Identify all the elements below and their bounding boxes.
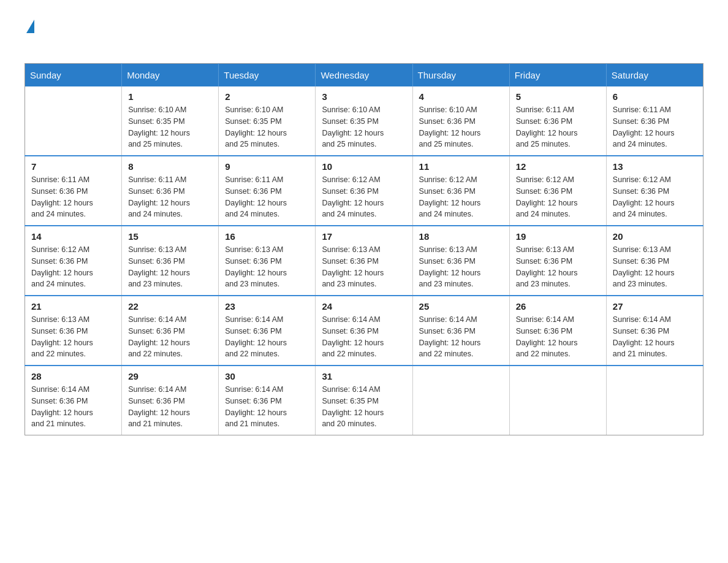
calendar-cell: 1Sunrise: 6:10 AM Sunset: 6:35 PM Daylig…: [122, 86, 219, 156]
day-header-thursday: Thursday: [412, 64, 509, 87]
day-info: Sunrise: 6:14 AM Sunset: 6:36 PM Dayligh…: [225, 314, 309, 360]
day-info: Sunrise: 6:12 AM Sunset: 6:36 PM Dayligh…: [613, 174, 697, 220]
day-info: Sunrise: 6:12 AM Sunset: 6:36 PM Dayligh…: [31, 244, 115, 290]
day-number: 12: [516, 161, 600, 172]
day-header-tuesday: Tuesday: [219, 64, 316, 87]
calendar-week-row: 7Sunrise: 6:11 AM Sunset: 6:36 PM Daylig…: [25, 156, 703, 226]
calendar-week-row: 14Sunrise: 6:12 AM Sunset: 6:36 PM Dayli…: [25, 226, 703, 296]
day-number: 28: [31, 371, 115, 381]
calendar-cell: 8Sunrise: 6:11 AM Sunset: 6:36 PM Daylig…: [122, 156, 219, 226]
day-info: Sunrise: 6:14 AM Sunset: 6:36 PM Dayligh…: [613, 314, 697, 360]
day-info: Sunrise: 6:14 AM Sunset: 6:36 PM Dayligh…: [419, 314, 503, 360]
day-header-friday: Friday: [509, 64, 606, 87]
day-number: 15: [128, 231, 212, 242]
calendar-cell: 25Sunrise: 6:14 AM Sunset: 6:36 PM Dayli…: [412, 296, 509, 366]
day-info: Sunrise: 6:11 AM Sunset: 6:36 PM Dayligh…: [31, 174, 115, 220]
day-number: 1: [128, 91, 212, 102]
calendar-cell: 3Sunrise: 6:10 AM Sunset: 6:35 PM Daylig…: [316, 86, 412, 156]
day-info: Sunrise: 6:14 AM Sunset: 6:36 PM Dayligh…: [225, 384, 309, 430]
calendar-cell: 21Sunrise: 6:13 AM Sunset: 6:36 PM Dayli…: [25, 296, 122, 366]
calendar-cell: 24Sunrise: 6:14 AM Sunset: 6:36 PM Dayli…: [316, 296, 412, 366]
calendar-cell: 13Sunrise: 6:12 AM Sunset: 6:36 PM Dayli…: [606, 156, 703, 226]
day-number: 3: [322, 91, 406, 102]
day-info: Sunrise: 6:11 AM Sunset: 6:36 PM Dayligh…: [128, 174, 212, 220]
calendar-cell: [25, 86, 122, 156]
calendar-week-row: 21Sunrise: 6:13 AM Sunset: 6:36 PM Dayli…: [25, 296, 703, 366]
day-number: 31: [322, 371, 406, 381]
day-info: Sunrise: 6:13 AM Sunset: 6:36 PM Dayligh…: [516, 244, 600, 290]
calendar-header-row: SundayMondayTuesdayWednesdayThursdayFrid…: [25, 64, 703, 87]
calendar-cell: 23Sunrise: 6:14 AM Sunset: 6:36 PM Dayli…: [219, 296, 316, 366]
day-number: 30: [225, 371, 309, 381]
calendar-cell: 2Sunrise: 6:10 AM Sunset: 6:35 PM Daylig…: [219, 86, 316, 156]
day-number: 7: [31, 161, 115, 172]
calendar-table: SundayMondayTuesdayWednesdayThursdayFrid…: [25, 63, 703, 435]
day-info: Sunrise: 6:12 AM Sunset: 6:36 PM Dayligh…: [322, 174, 406, 220]
day-info: Sunrise: 6:12 AM Sunset: 6:36 PM Dayligh…: [419, 174, 503, 220]
day-number: 16: [225, 231, 309, 242]
page-header: [25, 18, 703, 51]
calendar-cell: 22Sunrise: 6:14 AM Sunset: 6:36 PM Dayli…: [122, 296, 219, 366]
day-number: 8: [128, 161, 212, 172]
day-info: Sunrise: 6:11 AM Sunset: 6:36 PM Dayligh…: [613, 104, 697, 150]
calendar-cell: 6Sunrise: 6:11 AM Sunset: 6:36 PM Daylig…: [606, 86, 703, 156]
day-info: Sunrise: 6:10 AM Sunset: 6:35 PM Dayligh…: [128, 104, 212, 150]
day-number: 24: [322, 301, 406, 312]
day-number: 21: [31, 301, 115, 312]
day-number: 23: [225, 301, 309, 312]
calendar-cell: [509, 366, 606, 435]
day-info: Sunrise: 6:14 AM Sunset: 6:36 PM Dayligh…: [128, 314, 212, 360]
day-info: Sunrise: 6:13 AM Sunset: 6:36 PM Dayligh…: [419, 244, 503, 290]
calendar-cell: 5Sunrise: 6:11 AM Sunset: 6:36 PM Daylig…: [509, 86, 606, 156]
day-info: Sunrise: 6:10 AM Sunset: 6:36 PM Dayligh…: [419, 104, 503, 150]
day-number: 17: [322, 231, 406, 242]
day-number: 18: [419, 231, 503, 242]
calendar-cell: [412, 366, 509, 435]
day-info: Sunrise: 6:11 AM Sunset: 6:36 PM Dayligh…: [516, 104, 600, 150]
calendar-cell: 17Sunrise: 6:13 AM Sunset: 6:36 PM Dayli…: [316, 226, 412, 296]
calendar-cell: 14Sunrise: 6:12 AM Sunset: 6:36 PM Dayli…: [25, 226, 122, 296]
day-number: 13: [613, 161, 697, 172]
calendar-cell: 18Sunrise: 6:13 AM Sunset: 6:36 PM Dayli…: [412, 226, 509, 296]
calendar-cell: 10Sunrise: 6:12 AM Sunset: 6:36 PM Dayli…: [316, 156, 412, 226]
day-info: Sunrise: 6:13 AM Sunset: 6:36 PM Dayligh…: [31, 314, 115, 360]
day-info: Sunrise: 6:14 AM Sunset: 6:36 PM Dayligh…: [322, 314, 406, 360]
day-header-wednesday: Wednesday: [316, 64, 412, 87]
day-header-sunday: Sunday: [25, 64, 122, 87]
calendar-cell: 9Sunrise: 6:11 AM Sunset: 6:36 PM Daylig…: [219, 156, 316, 226]
day-number: 10: [322, 161, 406, 172]
calendar-cell: 30Sunrise: 6:14 AM Sunset: 6:36 PM Dayli…: [219, 366, 316, 435]
day-number: 29: [128, 371, 212, 381]
calendar-cell: 7Sunrise: 6:11 AM Sunset: 6:36 PM Daylig…: [25, 156, 122, 226]
day-number: 5: [516, 91, 600, 102]
day-info: Sunrise: 6:13 AM Sunset: 6:36 PM Dayligh…: [128, 244, 212, 290]
calendar-cell: 29Sunrise: 6:14 AM Sunset: 6:36 PM Dayli…: [122, 366, 219, 435]
calendar-cell: 11Sunrise: 6:12 AM Sunset: 6:36 PM Dayli…: [412, 156, 509, 226]
day-info: Sunrise: 6:14 AM Sunset: 6:36 PM Dayligh…: [31, 384, 115, 430]
calendar-cell: 16Sunrise: 6:13 AM Sunset: 6:36 PM Dayli…: [219, 226, 316, 296]
calendar-cell: 4Sunrise: 6:10 AM Sunset: 6:36 PM Daylig…: [412, 86, 509, 156]
day-number: 19: [516, 231, 600, 242]
day-number: 27: [613, 301, 697, 312]
logo: [25, 18, 34, 51]
day-info: Sunrise: 6:14 AM Sunset: 6:36 PM Dayligh…: [128, 384, 212, 430]
calendar-cell: 19Sunrise: 6:13 AM Sunset: 6:36 PM Dayli…: [509, 226, 606, 296]
day-number: 2: [225, 91, 309, 102]
day-info: Sunrise: 6:13 AM Sunset: 6:36 PM Dayligh…: [225, 244, 309, 290]
day-info: Sunrise: 6:10 AM Sunset: 6:35 PM Dayligh…: [322, 104, 406, 150]
day-number: 20: [613, 231, 697, 242]
day-number: 22: [128, 301, 212, 312]
day-info: Sunrise: 6:14 AM Sunset: 6:36 PM Dayligh…: [516, 314, 600, 360]
calendar-cell: 15Sunrise: 6:13 AM Sunset: 6:36 PM Dayli…: [122, 226, 219, 296]
calendar-cell: [606, 366, 703, 435]
day-info: Sunrise: 6:13 AM Sunset: 6:36 PM Dayligh…: [322, 244, 406, 290]
day-header-saturday: Saturday: [606, 64, 703, 87]
calendar-cell: 20Sunrise: 6:13 AM Sunset: 6:36 PM Dayli…: [606, 226, 703, 296]
calendar-cell: 28Sunrise: 6:14 AM Sunset: 6:36 PM Dayli…: [25, 366, 122, 435]
logo-triangle-icon: [26, 20, 34, 33]
day-info: Sunrise: 6:10 AM Sunset: 6:35 PM Dayligh…: [225, 104, 309, 150]
calendar-cell: 12Sunrise: 6:12 AM Sunset: 6:36 PM Dayli…: [509, 156, 606, 226]
day-info: Sunrise: 6:14 AM Sunset: 6:35 PM Dayligh…: [322, 384, 406, 430]
calendar-cell: 27Sunrise: 6:14 AM Sunset: 6:36 PM Dayli…: [606, 296, 703, 366]
calendar-week-row: 28Sunrise: 6:14 AM Sunset: 6:36 PM Dayli…: [25, 366, 703, 435]
